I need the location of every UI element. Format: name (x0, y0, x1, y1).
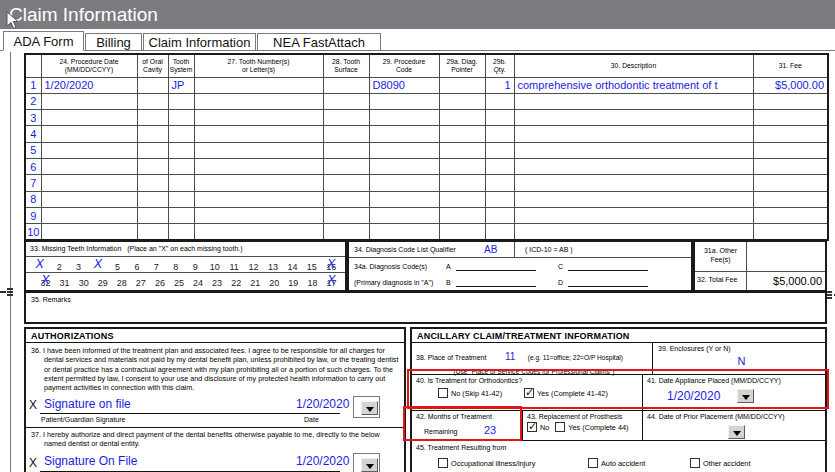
procedure-cell-code[interactable] (369, 142, 439, 158)
procedure-cell-code[interactable] (369, 207, 439, 223)
procedure-cell-fee[interactable] (753, 158, 828, 174)
date-appliance-placed-dropdown[interactable] (737, 389, 754, 403)
procedure-cell-surface[interactable] (323, 158, 369, 174)
procedure-cell-qty[interactable] (485, 191, 514, 207)
procedure-cell-date[interactable] (41, 142, 137, 158)
tab-claim-information[interactable]: Claim Information (143, 33, 256, 51)
tooth-25[interactable]: 25 (169, 272, 188, 290)
diagnosis-code-b-field[interactable] (456, 278, 536, 287)
signature1-value[interactable]: Signature on file (44, 397, 131, 411)
procedure-cell-date[interactable] (41, 158, 137, 174)
procedure-cell-qty[interactable] (485, 142, 514, 158)
procedure-cell-surface[interactable] (323, 224, 369, 240)
procedure-cell-date[interactable] (41, 191, 137, 207)
diagnosis-code-c-field[interactable] (568, 262, 648, 271)
procedure-cell-diag[interactable] (439, 110, 485, 126)
procedure-cell-surface[interactable] (323, 126, 369, 142)
procedure-cell-system[interactable] (168, 191, 194, 207)
procedure-cell-cavity[interactable] (137, 77, 168, 93)
tooth-26[interactable]: 26 (150, 272, 169, 290)
tooth-11[interactable]: 11 (224, 256, 243, 274)
tooth-32[interactable]: 32X (36, 272, 55, 290)
procedure-cell-cavity[interactable] (137, 110, 168, 126)
auto-accident-checkbox[interactable] (588, 458, 598, 468)
procedure-cell-diag[interactable] (439, 158, 485, 174)
procedure-cell-desc[interactable] (514, 224, 753, 240)
tooth-6[interactable]: 6 (127, 256, 146, 274)
procedure-cell-diag[interactable] (439, 77, 485, 93)
tooth-4[interactable]: 4X (88, 256, 107, 274)
procedure-cell-toothnum[interactable] (194, 126, 323, 142)
procedure-cell-code[interactable] (369, 191, 439, 207)
tooth-1[interactable]: 1X (30, 256, 49, 274)
tab-billing[interactable]: Billing (85, 33, 142, 51)
procedure-cell-desc[interactable] (514, 110, 753, 126)
enclosures-value[interactable]: N (658, 355, 825, 367)
procedure-cell-fee[interactable] (753, 110, 828, 126)
tooth-22[interactable]: 22 (227, 272, 246, 290)
tooth-27[interactable]: 27 (131, 272, 150, 290)
tooth-2[interactable]: 2 (49, 256, 68, 274)
procedure-cell-surface[interactable] (323, 175, 369, 191)
procedure-cell-diag[interactable] (439, 207, 485, 223)
procedure-cell-surface[interactable] (323, 207, 369, 223)
tooth-21[interactable]: 21 (246, 272, 265, 290)
tooth-24[interactable]: 24 (189, 272, 208, 290)
procedure-cell-system[interactable] (168, 142, 194, 158)
procedure-cell-code[interactable] (369, 175, 439, 191)
procedure-cell-date[interactable] (41, 110, 137, 126)
procedure-cell-toothnum[interactable] (194, 93, 323, 109)
procedure-cell-system[interactable] (168, 110, 194, 126)
procedure-cell-qty[interactable] (485, 110, 514, 126)
signature2-value[interactable]: Signature On File (44, 454, 137, 468)
tab-nea-fastattach[interactable]: NEA FastAttach (257, 33, 381, 51)
place-of-treatment-value[interactable]: 11 (505, 351, 515, 362)
procedure-cell-desc[interactable] (514, 158, 753, 174)
procedure-cell-date[interactable] (41, 207, 137, 223)
prosthesis-yes-checkbox[interactable] (555, 422, 565, 432)
procedure-cell-date[interactable] (41, 93, 137, 109)
procedure-cell-surface[interactable] (323, 142, 369, 158)
other-accident-checkbox[interactable] (690, 458, 700, 468)
tooth-5[interactable]: 5 (108, 256, 127, 274)
diagnosis-code-d-field[interactable] (568, 278, 648, 287)
procedure-cell-qty[interactable] (485, 207, 514, 223)
diagnosis-code-a-field[interactable] (456, 262, 536, 271)
remarks-section[interactable]: 35. Remarks (24, 291, 827, 324)
procedure-cell-surface[interactable] (323, 77, 369, 93)
tooth-13[interactable]: 13 (263, 256, 282, 274)
procedure-cell-cavity[interactable] (137, 224, 168, 240)
procedure-cell-toothnum[interactable] (194, 224, 323, 240)
tooth-3[interactable]: 3 (69, 256, 88, 274)
procedure-cell-cavity[interactable] (137, 175, 168, 191)
procedure-cell-surface[interactable] (323, 110, 369, 126)
procedure-cell-cavity[interactable] (137, 126, 168, 142)
procedure-cell-fee[interactable] (753, 175, 828, 191)
tooth-18[interactable]: 18 (303, 272, 322, 290)
procedure-cell-code[interactable] (369, 126, 439, 142)
procedure-cell-toothnum[interactable] (194, 207, 323, 223)
procedure-cell-qty[interactable] (485, 224, 514, 240)
procedure-cell-diag[interactable] (439, 175, 485, 191)
procedure-cell-diag[interactable] (439, 224, 485, 240)
procedure-cell-system[interactable] (168, 175, 194, 191)
procedure-cell-fee[interactable] (753, 191, 828, 207)
procedure-cell-surface[interactable] (323, 191, 369, 207)
prosthesis-no-checkbox[interactable] (527, 422, 537, 432)
procedure-cell-system[interactable] (168, 224, 194, 240)
procedure-cell-fee[interactable] (753, 126, 828, 142)
procedure-cell-diag[interactable] (439, 93, 485, 109)
procedure-cell-toothnum[interactable] (194, 77, 323, 93)
procedure-cell-code[interactable] (369, 224, 439, 240)
procedure-cell-desc[interactable]: comprehensive orthodontic treatment of t (514, 77, 753, 93)
procedure-cell-date[interactable] (41, 175, 137, 191)
procedure-cell-date[interactable]: 1/20/2020 (41, 77, 137, 93)
procedure-cell-toothnum[interactable] (194, 142, 323, 158)
occupational-illness-checkbox[interactable] (438, 458, 448, 468)
procedure-cell-date[interactable] (41, 126, 137, 142)
procedure-cell-code[interactable]: D8090 (369, 77, 439, 93)
tooth-7[interactable]: 7 (147, 256, 166, 274)
procedure-cell-cavity[interactable] (137, 93, 168, 109)
signature1-date-dropdown[interactable] (353, 396, 380, 418)
procedure-cell-fee[interactable] (753, 207, 828, 223)
